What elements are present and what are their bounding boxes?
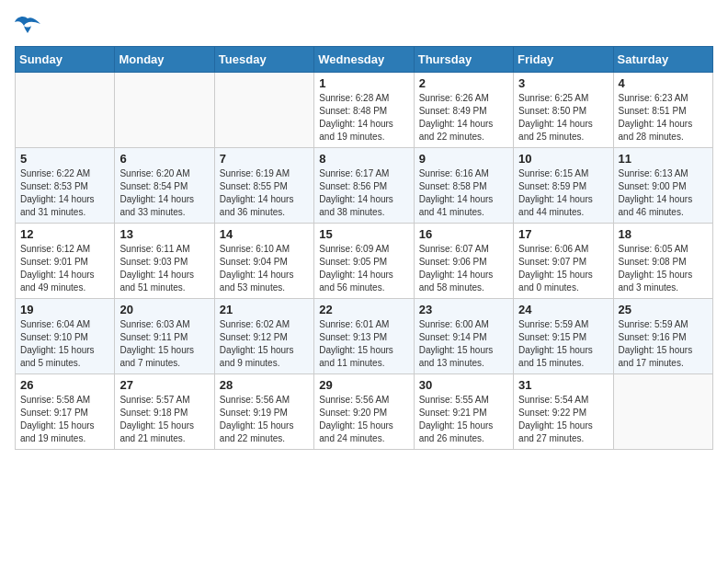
day-info: Sunrise: 6:06 AM Sunset: 9:07 PM Dayligh… [518,243,608,294]
calendar-cell: 20Sunrise: 6:03 AM Sunset: 9:11 PM Dayli… [115,299,214,374]
day-number: 4 [619,76,708,90]
calendar-cell: 26Sunrise: 5:58 AM Sunset: 9:17 PM Dayli… [16,374,115,450]
day-number: 26 [20,378,109,392]
day-info: Sunrise: 6:10 AM Sunset: 9:04 PM Dayligh… [220,243,309,294]
day-info: Sunrise: 6:28 AM Sunset: 8:48 PM Dayligh… [319,92,408,144]
day-number: 7 [220,152,309,166]
weekday-header-thursday: Thursday [414,47,513,73]
day-info: Sunrise: 6:23 AM Sunset: 8:51 PM Dayligh… [619,92,708,144]
day-number: 8 [319,152,408,166]
calendar-week-row: 26Sunrise: 5:58 AM Sunset: 9:17 PM Dayli… [16,374,713,450]
calendar-cell: 17Sunrise: 6:06 AM Sunset: 9:07 PM Dayli… [514,224,613,299]
day-number: 10 [518,152,608,166]
day-info: Sunrise: 5:54 AM Sunset: 9:22 PM Dayligh… [518,394,608,445]
calendar-cell: 16Sunrise: 6:07 AM Sunset: 9:06 PM Dayli… [414,224,513,299]
calendar-cell: 2Sunrise: 6:26 AM Sunset: 8:49 PM Daylig… [414,73,513,148]
weekday-header-friday: Friday [514,47,613,73]
day-info: Sunrise: 6:07 AM Sunset: 9:06 PM Dayligh… [419,243,508,294]
day-info: Sunrise: 5:56 AM Sunset: 9:20 PM Dayligh… [319,394,408,445]
calendar-table: SundayMondayTuesdayWednesdayThursdayFrid… [15,46,713,450]
calendar-cell: 29Sunrise: 5:56 AM Sunset: 9:20 PM Dayli… [314,374,414,450]
weekday-header-tuesday: Tuesday [214,47,313,73]
calendar-cell: 3Sunrise: 6:25 AM Sunset: 8:50 PM Daylig… [514,73,613,148]
calendar-header-row: SundayMondayTuesdayWednesdayThursdayFrid… [16,47,713,73]
day-number: 28 [220,378,309,392]
logo [15,15,44,35]
day-number: 5 [20,152,109,166]
day-number: 14 [220,227,309,241]
day-number: 15 [319,227,408,241]
day-info: Sunrise: 6:11 AM Sunset: 9:03 PM Dayligh… [119,243,209,294]
day-info: Sunrise: 6:04 AM Sunset: 9:10 PM Dayligh… [20,318,109,370]
day-number: 20 [119,303,209,316]
calendar-cell: 9Sunrise: 6:16 AM Sunset: 8:58 PM Daylig… [414,148,513,224]
day-number: 18 [619,227,708,241]
calendar-cell: 23Sunrise: 6:00 AM Sunset: 9:14 PM Dayli… [414,299,513,374]
day-info: Sunrise: 6:02 AM Sunset: 9:12 PM Dayligh… [220,318,309,370]
day-info: Sunrise: 6:05 AM Sunset: 9:08 PM Dayligh… [619,243,708,294]
day-number: 29 [319,378,408,392]
day-info: Sunrise: 6:15 AM Sunset: 8:59 PM Dayligh… [518,167,608,219]
day-number: 17 [518,227,608,241]
calendar-week-row: 5Sunrise: 6:22 AM Sunset: 8:53 PM Daylig… [16,148,713,224]
page-header [15,15,713,35]
day-info: Sunrise: 6:01 AM Sunset: 9:13 PM Dayligh… [319,318,408,370]
calendar-body: 1Sunrise: 6:28 AM Sunset: 8:48 PM Daylig… [16,73,713,450]
calendar-cell: 28Sunrise: 5:56 AM Sunset: 9:19 PM Dayli… [214,374,313,450]
day-number: 1 [319,76,408,90]
calendar-cell: 24Sunrise: 5:59 AM Sunset: 9:15 PM Dayli… [514,299,613,374]
day-info: Sunrise: 6:03 AM Sunset: 9:11 PM Dayligh… [119,318,209,370]
calendar-cell: 6Sunrise: 6:20 AM Sunset: 8:54 PM Daylig… [115,148,214,224]
day-number: 31 [518,378,608,392]
calendar-cell: 15Sunrise: 6:09 AM Sunset: 9:05 PM Dayli… [314,224,414,299]
calendar-cell [613,374,712,450]
calendar-cell: 30Sunrise: 5:55 AM Sunset: 9:21 PM Dayli… [414,374,513,450]
weekday-header-sunday: Sunday [16,47,115,73]
day-info: Sunrise: 6:17 AM Sunset: 8:56 PM Dayligh… [319,167,408,219]
weekday-header-wednesday: Wednesday [314,47,414,73]
calendar-cell: 19Sunrise: 6:04 AM Sunset: 9:10 PM Dayli… [16,299,115,374]
calendar-cell [16,73,115,148]
day-info: Sunrise: 6:25 AM Sunset: 8:50 PM Dayligh… [518,92,608,144]
day-number: 2 [419,76,508,90]
calendar-cell [214,73,313,148]
day-info: Sunrise: 5:57 AM Sunset: 9:18 PM Dayligh… [119,394,209,445]
day-number: 27 [119,378,209,392]
day-info: Sunrise: 6:20 AM Sunset: 8:54 PM Dayligh… [119,167,209,219]
day-info: Sunrise: 6:19 AM Sunset: 8:55 PM Dayligh… [220,167,309,219]
calendar-cell: 25Sunrise: 5:59 AM Sunset: 9:16 PM Dayli… [613,299,712,374]
calendar-cell: 12Sunrise: 6:12 AM Sunset: 9:01 PM Dayli… [16,224,115,299]
calendar-cell: 27Sunrise: 5:57 AM Sunset: 9:18 PM Dayli… [115,374,214,450]
day-info: Sunrise: 5:56 AM Sunset: 9:19 PM Dayligh… [220,394,309,445]
calendar-cell: 4Sunrise: 6:23 AM Sunset: 8:51 PM Daylig… [613,73,712,148]
day-info: Sunrise: 5:59 AM Sunset: 9:15 PM Dayligh… [518,318,608,370]
day-number: 22 [319,303,408,316]
calendar-cell: 21Sunrise: 6:02 AM Sunset: 9:12 PM Dayli… [214,299,313,374]
day-info: Sunrise: 6:12 AM Sunset: 9:01 PM Dayligh… [20,243,109,294]
calendar-cell: 7Sunrise: 6:19 AM Sunset: 8:55 PM Daylig… [214,148,313,224]
calendar-cell: 18Sunrise: 6:05 AM Sunset: 9:08 PM Dayli… [613,224,712,299]
calendar-week-row: 19Sunrise: 6:04 AM Sunset: 9:10 PM Dayli… [16,299,713,374]
calendar-cell: 14Sunrise: 6:10 AM Sunset: 9:04 PM Dayli… [214,224,313,299]
day-info: Sunrise: 6:09 AM Sunset: 9:05 PM Dayligh… [319,243,408,294]
weekday-header-saturday: Saturday [613,47,712,73]
calendar-cell: 5Sunrise: 6:22 AM Sunset: 8:53 PM Daylig… [16,148,115,224]
logo-bird-icon [15,15,40,35]
calendar-cell [115,73,214,148]
day-info: Sunrise: 6:13 AM Sunset: 9:00 PM Dayligh… [619,167,708,219]
calendar-cell: 10Sunrise: 6:15 AM Sunset: 8:59 PM Dayli… [514,148,613,224]
calendar-cell: 8Sunrise: 6:17 AM Sunset: 8:56 PM Daylig… [314,148,414,224]
day-number: 25 [619,303,708,316]
calendar-cell: 11Sunrise: 6:13 AM Sunset: 9:00 PM Dayli… [613,148,712,224]
day-number: 13 [119,227,209,241]
day-info: Sunrise: 5:58 AM Sunset: 9:17 PM Dayligh… [20,394,109,445]
calendar-week-row: 12Sunrise: 6:12 AM Sunset: 9:01 PM Dayli… [16,224,713,299]
calendar-cell: 22Sunrise: 6:01 AM Sunset: 9:13 PM Dayli… [314,299,414,374]
day-number: 3 [518,76,608,90]
day-info: Sunrise: 5:55 AM Sunset: 9:21 PM Dayligh… [419,394,508,445]
calendar-cell: 13Sunrise: 6:11 AM Sunset: 9:03 PM Dayli… [115,224,214,299]
day-number: 11 [619,152,708,166]
day-info: Sunrise: 6:26 AM Sunset: 8:49 PM Dayligh… [419,92,508,144]
day-number: 30 [419,378,508,392]
day-number: 6 [119,152,209,166]
